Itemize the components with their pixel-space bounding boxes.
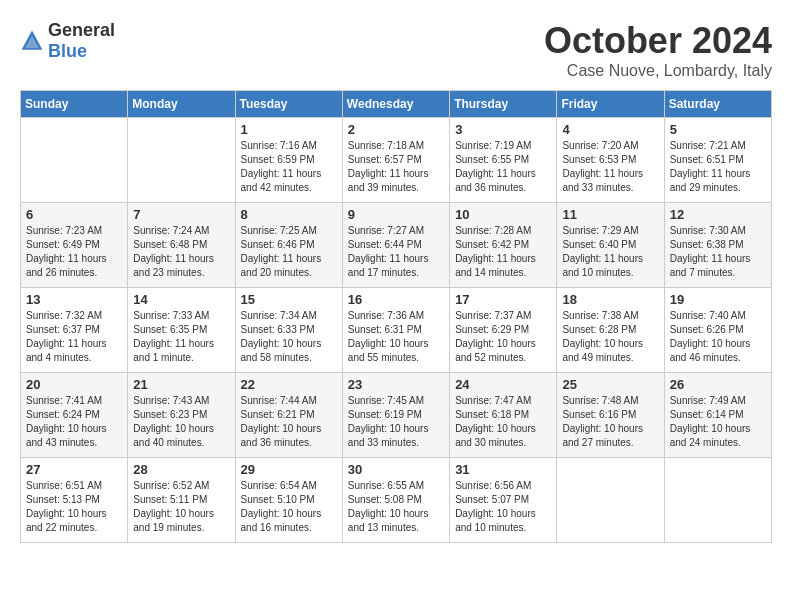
day-number: 19 [670,292,766,307]
calendar-cell: 25Sunrise: 7:48 AM Sunset: 6:16 PM Dayli… [557,373,664,458]
calendar-cell: 4Sunrise: 7:20 AM Sunset: 6:53 PM Daylig… [557,118,664,203]
logo-text: General Blue [48,20,115,62]
cell-content: Sunrise: 7:32 AM Sunset: 6:37 PM Dayligh… [26,309,122,365]
day-number: 24 [455,377,551,392]
title-block: October 2024 Case Nuove, Lombardy, Italy [544,20,772,80]
day-header-thursday: Thursday [450,91,557,118]
day-number: 21 [133,377,229,392]
day-number: 31 [455,462,551,477]
cell-content: Sunrise: 7:16 AM Sunset: 6:59 PM Dayligh… [241,139,337,195]
cell-content: Sunrise: 7:44 AM Sunset: 6:21 PM Dayligh… [241,394,337,450]
day-number: 17 [455,292,551,307]
day-number: 12 [670,207,766,222]
day-number: 3 [455,122,551,137]
cell-content: Sunrise: 7:36 AM Sunset: 6:31 PM Dayligh… [348,309,444,365]
cell-content: Sunrise: 7:43 AM Sunset: 6:23 PM Dayligh… [133,394,229,450]
day-header-sunday: Sunday [21,91,128,118]
calendar-cell: 13Sunrise: 7:32 AM Sunset: 6:37 PM Dayli… [21,288,128,373]
calendar-cell: 9Sunrise: 7:27 AM Sunset: 6:44 PM Daylig… [342,203,449,288]
cell-content: Sunrise: 7:23 AM Sunset: 6:49 PM Dayligh… [26,224,122,280]
day-number: 6 [26,207,122,222]
cell-content: Sunrise: 7:28 AM Sunset: 6:42 PM Dayligh… [455,224,551,280]
calendar-cell: 17Sunrise: 7:37 AM Sunset: 6:29 PM Dayli… [450,288,557,373]
calendar-table: SundayMondayTuesdayWednesdayThursdayFrid… [20,90,772,543]
day-header-saturday: Saturday [664,91,771,118]
cell-content: Sunrise: 6:56 AM Sunset: 5:07 PM Dayligh… [455,479,551,535]
calendar-cell: 2Sunrise: 7:18 AM Sunset: 6:57 PM Daylig… [342,118,449,203]
logo-general: General [48,20,115,40]
location-title: Case Nuove, Lombardy, Italy [544,62,772,80]
calendar-cell: 22Sunrise: 7:44 AM Sunset: 6:21 PM Dayli… [235,373,342,458]
cell-content: Sunrise: 7:18 AM Sunset: 6:57 PM Dayligh… [348,139,444,195]
cell-content: Sunrise: 7:21 AM Sunset: 6:51 PM Dayligh… [670,139,766,195]
calendar-cell: 15Sunrise: 7:34 AM Sunset: 6:33 PM Dayli… [235,288,342,373]
cell-content: Sunrise: 7:20 AM Sunset: 6:53 PM Dayligh… [562,139,658,195]
week-row-1: 1Sunrise: 7:16 AM Sunset: 6:59 PM Daylig… [21,118,772,203]
day-number: 25 [562,377,658,392]
logo-blue: Blue [48,41,87,61]
calendar-cell: 26Sunrise: 7:49 AM Sunset: 6:14 PM Dayli… [664,373,771,458]
day-number: 11 [562,207,658,222]
calendar-cell: 30Sunrise: 6:55 AM Sunset: 5:08 PM Dayli… [342,458,449,543]
calendar-cell: 21Sunrise: 7:43 AM Sunset: 6:23 PM Dayli… [128,373,235,458]
cell-content: Sunrise: 7:30 AM Sunset: 6:38 PM Dayligh… [670,224,766,280]
calendar-cell: 11Sunrise: 7:29 AM Sunset: 6:40 PM Dayli… [557,203,664,288]
header-row: SundayMondayTuesdayWednesdayThursdayFrid… [21,91,772,118]
calendar-cell: 14Sunrise: 7:33 AM Sunset: 6:35 PM Dayli… [128,288,235,373]
calendar-cell [557,458,664,543]
cell-content: Sunrise: 7:24 AM Sunset: 6:48 PM Dayligh… [133,224,229,280]
cell-content: Sunrise: 7:19 AM Sunset: 6:55 PM Dayligh… [455,139,551,195]
cell-content: Sunrise: 6:51 AM Sunset: 5:13 PM Dayligh… [26,479,122,535]
calendar-cell: 23Sunrise: 7:45 AM Sunset: 6:19 PM Dayli… [342,373,449,458]
day-number: 15 [241,292,337,307]
calendar-cell: 10Sunrise: 7:28 AM Sunset: 6:42 PM Dayli… [450,203,557,288]
calendar-cell: 28Sunrise: 6:52 AM Sunset: 5:11 PM Dayli… [128,458,235,543]
day-number: 28 [133,462,229,477]
day-number: 22 [241,377,337,392]
calendar-cell: 8Sunrise: 7:25 AM Sunset: 6:46 PM Daylig… [235,203,342,288]
week-row-5: 27Sunrise: 6:51 AM Sunset: 5:13 PM Dayli… [21,458,772,543]
day-number: 1 [241,122,337,137]
day-number: 7 [133,207,229,222]
day-number: 27 [26,462,122,477]
day-number: 13 [26,292,122,307]
day-number: 8 [241,207,337,222]
calendar-cell: 29Sunrise: 6:54 AM Sunset: 5:10 PM Dayli… [235,458,342,543]
day-number: 5 [670,122,766,137]
cell-content: Sunrise: 7:38 AM Sunset: 6:28 PM Dayligh… [562,309,658,365]
day-number: 10 [455,207,551,222]
day-header-monday: Monday [128,91,235,118]
cell-content: Sunrise: 7:47 AM Sunset: 6:18 PM Dayligh… [455,394,551,450]
cell-content: Sunrise: 7:37 AM Sunset: 6:29 PM Dayligh… [455,309,551,365]
cell-content: Sunrise: 7:41 AM Sunset: 6:24 PM Dayligh… [26,394,122,450]
calendar-cell: 12Sunrise: 7:30 AM Sunset: 6:38 PM Dayli… [664,203,771,288]
calendar-cell: 19Sunrise: 7:40 AM Sunset: 6:26 PM Dayli… [664,288,771,373]
calendar-cell [128,118,235,203]
day-number: 20 [26,377,122,392]
cell-content: Sunrise: 6:54 AM Sunset: 5:10 PM Dayligh… [241,479,337,535]
cell-content: Sunrise: 7:25 AM Sunset: 6:46 PM Dayligh… [241,224,337,280]
day-number: 14 [133,292,229,307]
week-row-4: 20Sunrise: 7:41 AM Sunset: 6:24 PM Dayli… [21,373,772,458]
day-header-friday: Friday [557,91,664,118]
cell-content: Sunrise: 7:27 AM Sunset: 6:44 PM Dayligh… [348,224,444,280]
calendar-cell: 20Sunrise: 7:41 AM Sunset: 6:24 PM Dayli… [21,373,128,458]
cell-content: Sunrise: 7:49 AM Sunset: 6:14 PM Dayligh… [670,394,766,450]
calendar-cell: 18Sunrise: 7:38 AM Sunset: 6:28 PM Dayli… [557,288,664,373]
page-header: General Blue October 2024 Case Nuove, Lo… [20,20,772,80]
day-number: 30 [348,462,444,477]
calendar-cell: 6Sunrise: 7:23 AM Sunset: 6:49 PM Daylig… [21,203,128,288]
day-number: 16 [348,292,444,307]
cell-content: Sunrise: 6:55 AM Sunset: 5:08 PM Dayligh… [348,479,444,535]
day-number: 29 [241,462,337,477]
calendar-cell [664,458,771,543]
logo: General Blue [20,20,115,62]
cell-content: Sunrise: 7:29 AM Sunset: 6:40 PM Dayligh… [562,224,658,280]
week-row-3: 13Sunrise: 7:32 AM Sunset: 6:37 PM Dayli… [21,288,772,373]
week-row-2: 6Sunrise: 7:23 AM Sunset: 6:49 PM Daylig… [21,203,772,288]
day-number: 18 [562,292,658,307]
calendar-cell [21,118,128,203]
calendar-cell: 5Sunrise: 7:21 AM Sunset: 6:51 PM Daylig… [664,118,771,203]
cell-content: Sunrise: 7:45 AM Sunset: 6:19 PM Dayligh… [348,394,444,450]
cell-content: Sunrise: 7:48 AM Sunset: 6:16 PM Dayligh… [562,394,658,450]
